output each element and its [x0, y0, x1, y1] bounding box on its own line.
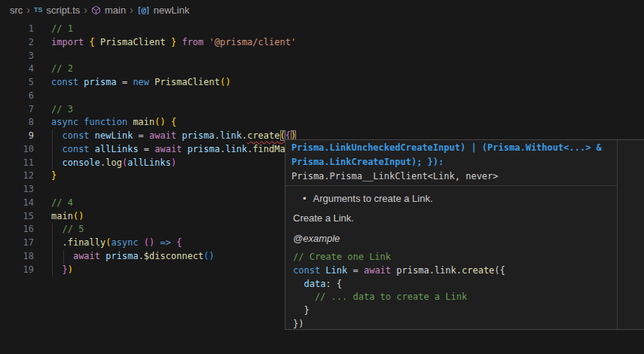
line-number: 4 [0, 63, 34, 76]
code-token: newLink [95, 130, 139, 141]
code-token: : { [325, 279, 342, 289]
code-token: data [304, 279, 325, 289]
line-number: 16 [0, 223, 34, 237]
docs-bullet-item: • Arguments to create a Link. [293, 193, 609, 204]
line-number: 5 [0, 76, 34, 90]
breadcrumb-separator-icon: › [26, 5, 30, 15]
code-line-text: await prisma.$disconnect() [51, 250, 215, 264]
breadcrumb-item-label: script.ts [47, 5, 81, 16]
hover-tooltip-content: Prisma.LinkUncheckedCreateInput) | (Pris… [285, 140, 618, 329]
code-token: { [176, 237, 182, 248]
breadcrumb-item-src[interactable]: src [10, 5, 23, 16]
tooltip-scrollbar[interactable] [618, 140, 644, 329]
indent-guide [52, 130, 53, 169]
docs-description: Create a Link. [293, 212, 609, 224]
code-token: . [51, 237, 68, 248]
signature-line: Prisma.LinkUncheckedCreateInput) | (Pris… [291, 141, 611, 155]
code-line[interactable]: 2import { PrismaClient } from '@prisma/c… [0, 36, 644, 50]
code-line[interactable]: 1// 1 [0, 23, 644, 36]
code-token: allLinks [127, 157, 171, 168]
code-token: => [160, 237, 171, 248]
docs-section: • Arguments to create a Link. Create a L… [285, 186, 617, 329]
code-token: finally [68, 237, 106, 248]
code-line[interactable]: 3 [0, 50, 644, 63]
code-token: } [293, 305, 310, 316]
code-token: await [73, 251, 105, 261]
signature-section: Prisma.LinkUncheckedCreateInput) | (Pris… [285, 140, 617, 186]
code-token: // 4 [51, 197, 73, 208]
method-cube-icon [91, 5, 101, 15]
code-token: // 5 [62, 224, 84, 234]
code-token: . [215, 130, 220, 141]
variable-symbol-icon: [@] [137, 5, 150, 15]
code-token: const [62, 130, 94, 141]
code-line[interactable]: 6 [0, 90, 644, 103]
example-code-line: // ... data to create a Link [293, 291, 609, 304]
code-token: // ... data to create a Link [293, 291, 467, 302]
code-token: const [51, 77, 84, 87]
code-token: $disconnect [144, 251, 203, 261]
code-token: // 3 [51, 104, 73, 114]
breadcrumb-item-newlink[interactable]: [@]newLink [137, 5, 190, 16]
code-token [293, 279, 304, 289]
typescript-file-icon: TS [34, 6, 43, 14]
code-line-text: import { PrismaClient } from '@prisma/cl… [51, 36, 296, 50]
docs-example-tag: @example [293, 233, 609, 244]
line-number: 12 [0, 169, 34, 183]
code-token: '@prisma/client' [209, 37, 297, 47]
bullet-icon: • [303, 193, 307, 204]
breadcrumb-separator-icon: › [130, 5, 133, 15]
code-line-text: // 4 [51, 197, 73, 210]
code-token: { [90, 37, 100, 47]
breadcrumb-item-script-ts[interactable]: TSscript.ts [34, 5, 80, 16]
code-token: prisma.link. [396, 265, 462, 276]
code-line-text: const newLink = await prisma.link.create… [51, 130, 296, 143]
code-token: PrismaClient [100, 37, 166, 47]
breadcrumb: src›TSscript.ts›main›[@]newLink [0, 0, 644, 20]
code-token: await [149, 130, 182, 141]
line-number: 6 [0, 90, 34, 103]
code-token: () [73, 211, 84, 221]
code-token: main [133, 117, 154, 127]
code-token: allLinks [95, 144, 144, 154]
breadcrumb-item-main[interactable]: main [91, 5, 126, 16]
code-token: ({ [494, 265, 505, 276]
example-code-line: data: { [293, 278, 609, 291]
code-line-text: }) [51, 264, 73, 277]
docs-example-code: // Create one Linkconst Link = await pri… [293, 251, 609, 329]
code-token: const [293, 265, 325, 276]
code-token: } [51, 170, 56, 181]
code-line-text: async function main() { [51, 116, 176, 130]
code-token: prisma [188, 144, 220, 154]
line-number: 10 [0, 143, 34, 157]
code-token: log [105, 157, 122, 168]
example-code-line: const Link = await prisma.link.create({ [293, 264, 609, 278]
code-token: prisma [84, 77, 122, 87]
code-line[interactable]: 7// 3 [0, 103, 644, 117]
code-token [51, 251, 73, 261]
code-token: ( [105, 237, 111, 248]
code-token: ) [68, 264, 73, 275]
code-line[interactable]: 4// 2 [0, 63, 644, 76]
code-token: // 2 [51, 63, 73, 74]
code-token: = [144, 144, 154, 154]
code-token [51, 157, 62, 168]
line-number: 13 [0, 183, 34, 197]
line-number: 17 [0, 237, 34, 250]
code-line[interactable]: 5const prisma = new PrismaClient() [0, 76, 644, 90]
code-line[interactable]: 8async function main() { [0, 116, 644, 130]
code-token: prisma [182, 130, 214, 141]
code-token: }) [293, 319, 304, 329]
code-token: link [220, 130, 242, 141]
code-line-text: // 2 [51, 63, 73, 76]
code-token: { [171, 117, 176, 127]
code-token: // Create one Link [293, 252, 391, 262]
signature-line: Prisma.LinkCreateInput); }): [291, 155, 611, 169]
code-token: () [154, 117, 165, 127]
code-line-text: // 5 [51, 223, 84, 237]
code-token [51, 224, 62, 234]
code-token [166, 117, 171, 127]
code-token [154, 237, 160, 248]
line-number: 8 [0, 116, 34, 130]
code-token: from [176, 37, 209, 47]
